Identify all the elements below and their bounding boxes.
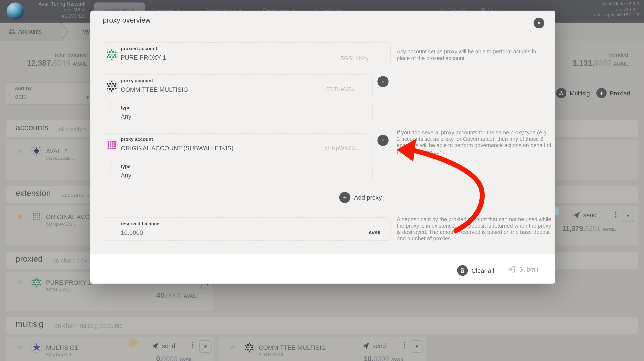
field-label: proxied account xyxy=(121,46,157,51)
account-address-short: 5DTKeVS4... xyxy=(326,86,360,93)
tab-separator xyxy=(60,23,70,41)
expand-chevron-button[interactable]: ▼ xyxy=(199,340,211,352)
submit-button[interactable]: Submit xyxy=(507,266,538,273)
clear-all-label: Clear all xyxy=(472,267,494,274)
plus-icon: + xyxy=(339,192,350,203)
account-name: COMMITTEE MULTISIG xyxy=(259,344,326,351)
expand-chevron-button[interactable]: ▼ xyxy=(622,210,634,222)
sort-by-dropdown[interactable]: sort by date ▼ xyxy=(6,82,96,105)
trash-icon xyxy=(457,265,468,276)
more-menu-icon[interactable]: ⋮ xyxy=(190,341,196,349)
extension-title: extension xyxy=(16,189,51,198)
section-header-multisig: multisig on-chain multisig accounts xyxy=(6,317,638,334)
type-value: Any xyxy=(121,172,131,179)
tab-accounts[interactable]: Accounts xyxy=(0,23,62,41)
reserved-balance-field: reserved balance 10.0000 AVAIL xyxy=(103,217,391,241)
more-menu-icon[interactable]: ⋮ xyxy=(612,210,619,219)
network-name: Avail Turing Network xyxy=(24,1,85,7)
account-identicon xyxy=(106,80,118,92)
add-proxy-label: Add proxy xyxy=(354,194,382,201)
favorite-star-icon[interactable]: ★ xyxy=(229,343,236,351)
add-proxied-button[interactable]: + Proxied xyxy=(596,88,630,98)
accounts-title: accounts xyxy=(16,123,49,133)
modal-title: proxy overview xyxy=(103,16,151,25)
account-address: 5GRD22aR... xyxy=(46,155,76,161)
more-menu-icon[interactable]: ⋮ xyxy=(401,341,408,349)
total-balance-unit: AVAIL xyxy=(72,61,87,67)
account-address-short: 5HNpW4ZS... xyxy=(324,145,360,151)
close-icon[interactable]: × xyxy=(534,18,544,29)
field-value: COMMITTEE MULTISIG xyxy=(121,86,188,93)
send-button[interactable]: send xyxy=(151,342,175,350)
multisig-panel-1: ★ MULTISIG1 5Gy1yn7KT... ⚠ send ⋮ ▼ 0.00… xyxy=(6,337,214,361)
account-address: 5GSLqbYy... xyxy=(46,287,74,293)
bonded-balance: bonded 1,131.9387AVAIL xyxy=(550,52,628,68)
multisig-icon xyxy=(556,88,566,98)
remove-proxy-icon[interactable]: × xyxy=(378,76,389,87)
type-label: type xyxy=(121,164,130,169)
plus-icon: + xyxy=(596,88,607,98)
account-balance: 40.0000AVAIL xyxy=(121,291,197,300)
favorite-star-icon[interactable]: ★ xyxy=(16,278,24,286)
field-value: PURE PROXY 1 xyxy=(121,54,166,61)
send-button[interactable]: send xyxy=(572,211,597,219)
sign-in-icon xyxy=(507,266,516,273)
account-identicon[interactable] xyxy=(244,342,255,353)
account-identicon xyxy=(106,49,118,61)
proxy-account-field-1: proxy account COMMITTEE MULTISIG 5DTKeVS… xyxy=(103,74,372,98)
account-identicon[interactable] xyxy=(31,211,42,222)
account-name: AVAIL 2 xyxy=(46,148,68,154)
field-value: ORIGINAL ACCOUNT (SUBWALLET-JS) xyxy=(121,145,234,152)
bonded-unit: AVAIL xyxy=(614,61,628,67)
remove-proxy-icon[interactable]: × xyxy=(378,135,389,146)
sort-by-value: date xyxy=(15,93,27,100)
type-label: type xyxy=(121,105,130,110)
send-icon xyxy=(572,211,580,219)
total-balance: total balance 12,387.6049AVAIL xyxy=(8,52,87,68)
tab-my-accounts[interactable]: My xyxy=(82,29,90,35)
account-address-short: 5GSLqbYy... xyxy=(341,55,373,62)
avail-logo[interactable] xyxy=(7,2,24,20)
bonded-frac: 9387 xyxy=(594,59,612,68)
proxy-overview-modal: proxy overview × proxied account PURE PR… xyxy=(90,11,555,284)
clear-all-button[interactable]: Clear all xyxy=(457,265,494,276)
account-identicon[interactable] xyxy=(31,277,42,288)
field-label: proxy account xyxy=(121,137,153,142)
type-value: Any xyxy=(121,113,131,120)
proxied-account-field: proxied account PURE PROXY 1 5GSLqbYy... xyxy=(103,43,391,67)
add-proxy-button[interactable]: + Add proxy xyxy=(339,192,382,203)
version-info: Avail Node v2.3.0 api v15.8.1 avail-apps… xyxy=(594,1,639,18)
people-icon xyxy=(8,29,16,35)
field-label: reserved balance xyxy=(121,221,159,226)
proxy-type-field-2: type Any xyxy=(110,161,372,182)
send-button[interactable]: send xyxy=(362,342,386,350)
unit-label: AVAIL xyxy=(368,230,382,235)
send-icon xyxy=(151,342,159,350)
help-text-same-type: If you add several proxy accounts for th… xyxy=(397,129,552,155)
expand-chevron-button[interactable]: ▼ xyxy=(411,340,423,352)
favorite-star-icon[interactable]: ★ xyxy=(16,343,24,351)
account-name: MULTISIG1 xyxy=(46,344,78,351)
account-identicon xyxy=(106,139,118,151)
account-balance: 10.0000AVAIL xyxy=(328,355,405,361)
block-number: #1,795,429 xyxy=(24,13,85,19)
avail-apps-window: Avail Turing Network avail/46 ▼ #1,795,4… xyxy=(0,0,644,361)
help-text-deposit: A deposit paid by the proxied account th… xyxy=(397,216,552,242)
network-info[interactable]: Avail Turing Network avail/46 ▼ #1,795,4… xyxy=(24,1,85,19)
proxied-subtitle: on-chain prox xyxy=(52,257,88,264)
account-identicon[interactable] xyxy=(31,145,42,156)
add-multisig-button[interactable]: Multisig xyxy=(556,88,590,98)
chevron-down-icon: ▼ xyxy=(81,8,86,12)
send-icon xyxy=(362,342,370,350)
proxy-account-field-2: proxy account ORIGINAL ACCOUNT (SUBWALLE… xyxy=(103,133,372,157)
warning-icon[interactable]: ⚠ xyxy=(128,338,138,347)
balance-chip-fragment xyxy=(555,207,559,215)
bonded-int: 1,131. xyxy=(572,59,594,68)
add-multisig-label: Multisig xyxy=(570,90,590,97)
submit-label: Submit xyxy=(519,266,538,273)
favorite-star-icon-active[interactable]: ★ xyxy=(16,213,24,221)
total-balance-frac: 6049 xyxy=(53,59,70,68)
field-value: 10.0000 xyxy=(121,229,143,236)
account-identicon[interactable] xyxy=(31,342,42,353)
favorite-star-icon[interactable]: ★ xyxy=(16,147,24,155)
